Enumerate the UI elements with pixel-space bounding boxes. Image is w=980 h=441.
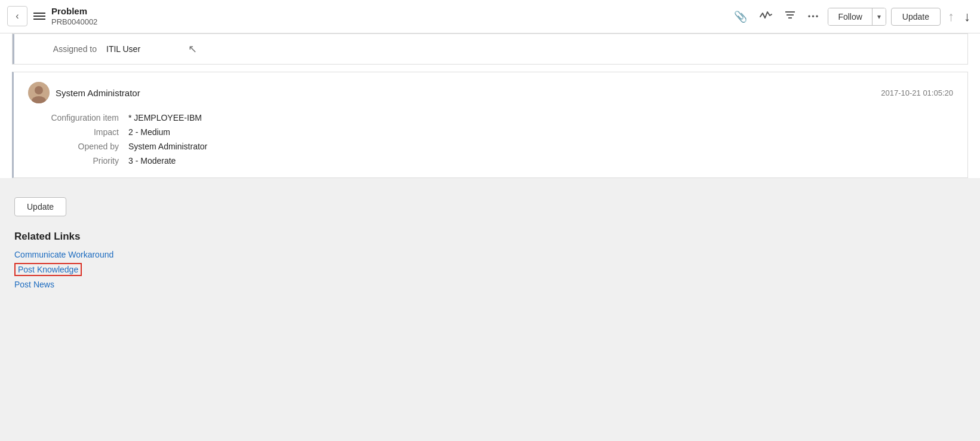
navigate-down-button[interactable]: ↓ xyxy=(961,7,973,27)
more-button[interactable]: ••• xyxy=(804,10,824,23)
activity-fields: Configuration item * JEMPLOYEE-IBM Impac… xyxy=(28,113,953,166)
toolbar-right: 📎 ••• xyxy=(730,7,973,27)
avatar xyxy=(28,82,50,103)
follow-btn-group: Follow ▾ xyxy=(828,8,886,26)
toolbar-left: ‹ Problem PRB0040002 xyxy=(7,5,726,27)
activity-user: System Administrator xyxy=(28,82,140,103)
attachment-icon: 📎 xyxy=(734,10,747,23)
config-item-label: Configuration item xyxy=(33,113,128,122)
hamburger-line3 xyxy=(33,19,45,20)
up-arrow-icon: ↑ xyxy=(948,9,954,24)
record-id: PRB0040002 xyxy=(51,17,97,27)
follow-button[interactable]: Follow xyxy=(828,8,872,25)
bottom-section: Update Related Links Communicate Workaro… xyxy=(0,185,980,305)
chevron-down-icon: ▾ xyxy=(877,13,881,21)
opened-by-value: System Administrator xyxy=(128,142,207,151)
activity-card: System Administrator 2017-10-21 01:05:20… xyxy=(12,72,968,178)
impact-label: Impact xyxy=(33,127,128,137)
more-icon: ••• xyxy=(808,12,820,21)
field-row-config: Configuration item * JEMPLOYEE-IBM xyxy=(33,113,953,122)
activity-timestamp: 2017-10-21 01:05:20 xyxy=(881,88,953,97)
priority-value: 3 - Moderate xyxy=(128,156,176,166)
toolbar: ‹ Problem PRB0040002 📎 xyxy=(0,0,980,33)
assigned-section: Assigned to ITIL User ↖ xyxy=(12,33,968,65)
attachment-button[interactable]: 📎 xyxy=(730,8,751,26)
link-post-news[interactable]: Post News xyxy=(14,280,966,289)
link-post-knowledge[interactable]: Post Knowledge xyxy=(18,265,78,274)
related-links-title: Related Links xyxy=(14,231,966,243)
field-row-impact: Impact 2 - Medium xyxy=(33,127,953,137)
hamburger-line2 xyxy=(33,16,45,17)
assigned-to-value: ITIL User xyxy=(106,44,140,54)
field-row-priority: Priority 3 - Moderate xyxy=(33,156,953,166)
content-area: Assigned to ITIL User ↖ xyxy=(0,33,980,441)
back-icon: ‹ xyxy=(16,11,19,22)
navigate-up-button[interactable]: ↑ xyxy=(945,7,957,27)
activity-button[interactable] xyxy=(755,7,776,26)
link-communicate-workaround[interactable]: Communicate Workaround xyxy=(14,250,966,259)
activity-header: System Administrator 2017-10-21 01:05:20 xyxy=(28,82,953,103)
assigned-row: Assigned to ITIL User ↖ xyxy=(13,34,967,64)
down-arrow-icon: ↓ xyxy=(964,9,970,24)
page-wrapper: ‹ Problem PRB0040002 📎 xyxy=(0,0,980,441)
activity-icon xyxy=(759,10,772,24)
hamburger-menu[interactable] xyxy=(33,13,45,20)
cursor-position: ↖ xyxy=(188,42,197,56)
follow-dropdown-button[interactable]: ▾ xyxy=(873,8,886,25)
title-block: Problem PRB0040002 xyxy=(51,5,97,27)
hamburger-line1 xyxy=(33,13,45,14)
svg-point-4 xyxy=(35,86,43,94)
back-button[interactable]: ‹ xyxy=(7,6,27,26)
page-title: Problem xyxy=(51,5,97,17)
update-button-toolbar[interactable]: Update xyxy=(891,8,941,26)
priority-label: Priority xyxy=(33,156,128,166)
update-button-bottom[interactable]: Update xyxy=(14,197,66,216)
activity-user-name: System Administrator xyxy=(56,88,140,98)
filter-button[interactable] xyxy=(781,7,800,26)
assigned-to-label: Assigned to xyxy=(29,44,106,54)
impact-value: 2 - Medium xyxy=(128,127,170,137)
filter-icon xyxy=(784,10,796,23)
field-row-opened-by: Opened by System Administrator xyxy=(33,142,953,151)
config-item-value: * JEMPLOYEE-IBM xyxy=(128,113,202,122)
opened-by-label: Opened by xyxy=(33,142,128,151)
